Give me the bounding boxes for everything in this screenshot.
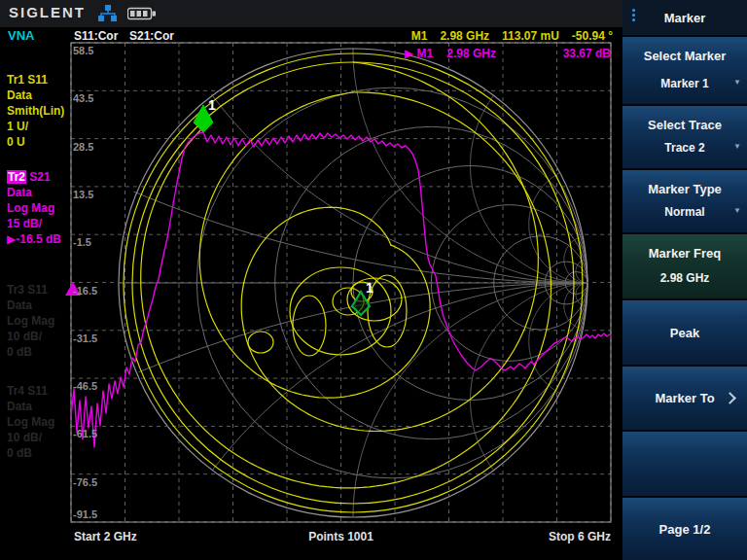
y-axis-label: -16.5: [73, 285, 97, 297]
marker-freq-value: 2.98 GHz: [446, 47, 496, 60]
marker-magnitude: 113.07 mU: [502, 29, 559, 43]
smith-reactance-arc: [471, 95, 587, 283]
trace2-source: Data: [7, 185, 71, 200]
trace3-ref: 0 dB: [7, 344, 71, 360]
trace1-info-block[interactable]: Tr1 S11 Data Smith(Lin) 1 U/ 0 U: [7, 72, 71, 150]
y-axis-label: 28.5: [73, 141, 93, 153]
marker-phase: -50.94 °: [572, 29, 613, 43]
siglent-logo: SIGLENT: [9, 4, 86, 20]
y-axis-label: -91.5: [73, 508, 97, 520]
trace2-active-badge: Tr2: [7, 170, 26, 184]
marker-number-label: 1: [208, 97, 216, 113]
trace4-info-block[interactable]: Tr4 S11 Data Log Mag 10 dB/ 0 dB: [7, 383, 71, 461]
trace3-title: Tr3 S11: [7, 282, 71, 298]
s21-correction-status: S21:Cor: [129, 29, 174, 43]
s11-trace-loop: [248, 332, 273, 353]
s11-trace-loop: [368, 275, 407, 347]
marker-name: M1: [411, 29, 428, 43]
y-axis-label: -31.5: [73, 332, 97, 344]
y-axis-label: 58.5: [73, 45, 93, 56]
trace1-scale: 1 U/: [7, 119, 71, 134]
trace1-format: Smith(Lin): [7, 103, 71, 119]
trace3-info-block[interactable]: Tr3 S11 Data Log Mag 10 dB/ 0 dB: [7, 282, 71, 360]
trace1-source: Data: [7, 88, 71, 103]
stop-frequency: Stop 6 GHz: [549, 530, 611, 543]
y-axis-label: 43.5: [73, 92, 93, 104]
s11-trace-spiral: [241, 62, 538, 432]
graph-canvas: 11: [0, 0, 747, 560]
marker-number-label: 1: [366, 280, 374, 296]
vna-mode-label: VNA: [8, 28, 34, 43]
lan-network-icon: [98, 5, 118, 22]
smith-reactance-arc: [471, 283, 588, 470]
marker-freq-value: 2.98 GHz: [440, 29, 489, 43]
trace1-ref: 0 U: [7, 134, 71, 150]
marker-db-value: 33.67 dB: [563, 47, 611, 60]
trace2-format: Log Mag: [7, 200, 71, 216]
smith-reactance-arc: [212, 94, 586, 283]
marker-readout-tr1: M1 2.98 GHz 113.07 mU -50.94 °: [411, 29, 613, 43]
top-status-bar: SIGLENT: [0, 0, 622, 27]
sweep-points: Points 1001: [71, 530, 611, 543]
trace2-scale: 15 dB/: [7, 216, 71, 231]
trace2-ref: ▶-16.5 dB: [7, 231, 71, 247]
trace3-source: Data: [7, 298, 71, 313]
s11-correction-status: S11:Cor: [74, 29, 118, 43]
trace2-title: Tr2 S21: [7, 169, 71, 185]
trace4-scale: 10 dB/: [7, 430, 71, 445]
trace4-source: Data: [7, 399, 71, 414]
marker-name-arrow: ▶ M1: [405, 47, 433, 60]
trace1-title: Tr1 S11: [7, 72, 71, 88]
trace4-title: Tr4 S11: [7, 383, 71, 399]
marker-readout-tr2: ▶ M1 2.98 GHz 33.67 dB: [405, 47, 611, 60]
trace4-format: Log Mag: [7, 414, 71, 430]
y-axis-label: -76.5: [73, 476, 97, 488]
s11-trace-loop: [293, 296, 326, 356]
trace3-format: Log Mag: [7, 313, 71, 329]
trace2-info-block[interactable]: Tr2 S21 Data Log Mag 15 dB/ ▶-16.5 dB: [7, 169, 71, 247]
y-axis-label: 13.5: [73, 189, 93, 200]
battery-icon: [127, 6, 158, 21]
y-axis-label: -1.5: [73, 236, 91, 248]
trace3-scale: 10 dB/: [7, 329, 71, 344]
trace4-ref: 0 dB: [7, 445, 71, 461]
y-axis-label: -46.5: [73, 380, 97, 392]
y-axis-label: -61.5: [73, 428, 97, 439]
